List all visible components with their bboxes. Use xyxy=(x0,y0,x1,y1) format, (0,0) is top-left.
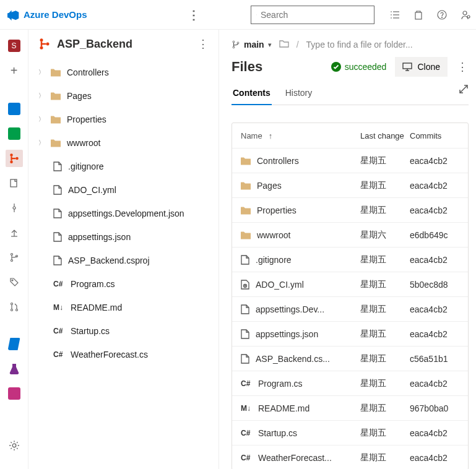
rail-sub-files[interactable] xyxy=(6,174,23,192)
file-tree-sidebar: ASP_Backend ⋮ 〉Controllers〉Pages〉Propert… xyxy=(28,30,219,469)
row-commit[interactable]: eaca4cb2 xyxy=(410,255,459,265)
tree-item[interactable]: appsettings.json xyxy=(28,225,219,249)
svg-point-33 xyxy=(233,46,235,48)
svg-point-25 xyxy=(11,303,12,305)
rail-boards[interactable] xyxy=(6,125,23,142)
tree-item[interactable]: C#Program.cs xyxy=(28,272,219,296)
tab-contents[interactable]: Contents xyxy=(232,84,272,105)
build-status-label: succeeded xyxy=(345,62,387,72)
row-name: WeatherForecast... xyxy=(258,453,332,463)
svg-point-27 xyxy=(15,309,17,311)
tree-label: Startup.cs xyxy=(71,326,110,336)
tree-item[interactable]: 〉wwwroot xyxy=(28,131,219,155)
help-icon[interactable] xyxy=(436,9,448,20)
table-row[interactable]: appsettings.json星期五eaca4cb2 xyxy=(232,321,468,346)
tree-item[interactable]: M↓README.md xyxy=(28,296,219,319)
row-name: Pages xyxy=(257,181,282,191)
row-commit[interactable]: eaca4cb2 xyxy=(410,428,459,438)
title-more-button[interactable]: ⋮ xyxy=(456,60,469,74)
project-title: ASP_Backend xyxy=(57,38,132,51)
col-name[interactable]: Name xyxy=(241,131,360,140)
table-row[interactable]: ADO_CI.yml星期五5b0ec8d8 xyxy=(232,272,468,296)
brand[interactable]: Azure DevOps xyxy=(7,9,87,21)
row-name: ADO_CI.yml xyxy=(256,280,304,290)
row-commit[interactable]: eaca4cb2 xyxy=(410,329,459,339)
rail-pipelines[interactable] xyxy=(6,335,23,353)
row-name: .gitignore xyxy=(256,255,292,265)
path-filter-input[interactable]: Type to find a file or folder... xyxy=(306,40,469,49)
row-commit[interactable]: 967b0ba0 xyxy=(410,403,459,413)
tree-item[interactable]: 〉Controllers xyxy=(28,61,219,84)
table-row[interactable]: ASP_Backend.cs...星期五c56a51b1 xyxy=(232,346,468,371)
rail-repos[interactable] xyxy=(6,150,23,167)
rail-artifacts[interactable] xyxy=(6,385,23,402)
col-change[interactable]: Last change xyxy=(360,131,410,140)
tree-label: WeatherForecast.cs xyxy=(71,350,148,359)
rail-sub-pushes[interactable] xyxy=(6,224,23,241)
search-input-wrapper[interactable] xyxy=(251,6,374,24)
col-commit[interactable]: Commits xyxy=(410,131,459,140)
top-more-button[interactable]: ⋮ xyxy=(186,7,201,22)
list-icon[interactable] xyxy=(389,9,400,20)
tree-item[interactable]: ADO_CI.yml xyxy=(28,178,219,202)
row-commit[interactable]: e6db649c xyxy=(410,230,459,240)
table-row[interactable]: Properties星期五eaca4cb2 xyxy=(232,197,468,222)
row-name: appsettings.Dev... xyxy=(256,304,324,314)
rail-sub-pr[interactable] xyxy=(6,298,23,316)
build-status[interactable]: succeeded xyxy=(331,62,387,72)
cs-icon: C# xyxy=(241,454,252,462)
rail-testplans[interactable] xyxy=(6,360,23,377)
row-commit[interactable]: eaca4cb2 xyxy=(410,379,459,389)
user-icon[interactable] xyxy=(460,9,471,20)
tree-label: Properties xyxy=(67,114,106,124)
tree-item[interactable]: 〉Pages xyxy=(28,84,219,108)
tab-history[interactable]: History xyxy=(284,84,314,105)
row-commit[interactable]: eaca4cb2 xyxy=(410,453,459,463)
row-commit[interactable]: eaca4cb2 xyxy=(410,181,459,191)
row-commit[interactable]: 5b0ec8d8 xyxy=(410,280,459,290)
tree-item[interactable]: .gitignore xyxy=(28,155,219,178)
marketplace-icon[interactable] xyxy=(413,9,424,20)
branch-name: main xyxy=(244,40,264,49)
chevron-right-icon: 〉 xyxy=(38,139,45,147)
table-row[interactable]: appsettings.Dev...星期五eaca4cb2 xyxy=(232,296,468,321)
table-row[interactable]: Controllers星期五eaca4cb2 xyxy=(232,148,468,173)
tree-item[interactable]: C#WeatherForecast.cs xyxy=(28,343,219,366)
branch-picker[interactable]: main ▾ xyxy=(232,40,272,49)
rail-sub-branches[interactable] xyxy=(6,249,23,266)
rail-overview[interactable] xyxy=(6,100,23,118)
search-input[interactable] xyxy=(261,10,369,20)
row-commit[interactable]: eaca4cb2 xyxy=(410,304,459,314)
expand-icon[interactable] xyxy=(459,84,469,105)
tree-item[interactable]: appsettings.Development.json xyxy=(28,202,219,225)
svg-point-14 xyxy=(10,160,13,163)
tree-item[interactable]: ASP_Backend.csproj xyxy=(28,249,219,272)
tree-item[interactable]: 〉Properties xyxy=(28,108,219,131)
search-icon xyxy=(256,11,257,19)
row-change: 星期五 xyxy=(360,180,410,191)
rail-project-avatar[interactable]: S xyxy=(6,37,23,54)
table-row[interactable]: C#WeatherForecast...星期五eaca4cb2 xyxy=(232,445,468,469)
table-row[interactable]: Pages星期五eaca4cb2 xyxy=(232,173,468,197)
row-change: 星期五 xyxy=(360,254,410,265)
row-commit[interactable]: eaca4cb2 xyxy=(410,205,459,215)
md-icon: M↓ xyxy=(241,404,252,413)
row-commit[interactable]: c56a51b1 xyxy=(410,354,459,364)
row-commit[interactable]: eaca4cb2 xyxy=(410,156,459,166)
tree-label: Program.cs xyxy=(71,279,115,289)
table-row[interactable]: M↓README.md星期五967b0ba0 xyxy=(232,395,468,420)
tree-item[interactable]: C#Startup.cs xyxy=(28,319,219,343)
table-row[interactable]: C#Program.cs星期五eaca4cb2 xyxy=(232,371,468,395)
clone-button[interactable]: Clone xyxy=(395,57,448,77)
folder-path-icon[interactable] xyxy=(279,40,289,49)
left-rail: S + xyxy=(0,30,28,469)
table-header[interactable]: Name Last change Commits xyxy=(232,123,468,148)
table-row[interactable]: C#Startup.cs星期五eaca4cb2 xyxy=(232,420,468,445)
rail-sub-commits[interactable] xyxy=(6,199,23,217)
table-row[interactable]: .gitignore星期五eaca4cb2 xyxy=(232,247,468,272)
table-row[interactable]: wwwroot星期六e6db649c xyxy=(232,222,468,247)
project-more-button[interactable]: ⋮ xyxy=(197,37,209,51)
rail-add[interactable]: + xyxy=(6,62,23,79)
rail-sub-tags[interactable] xyxy=(6,273,23,291)
rail-settings[interactable] xyxy=(6,437,23,454)
